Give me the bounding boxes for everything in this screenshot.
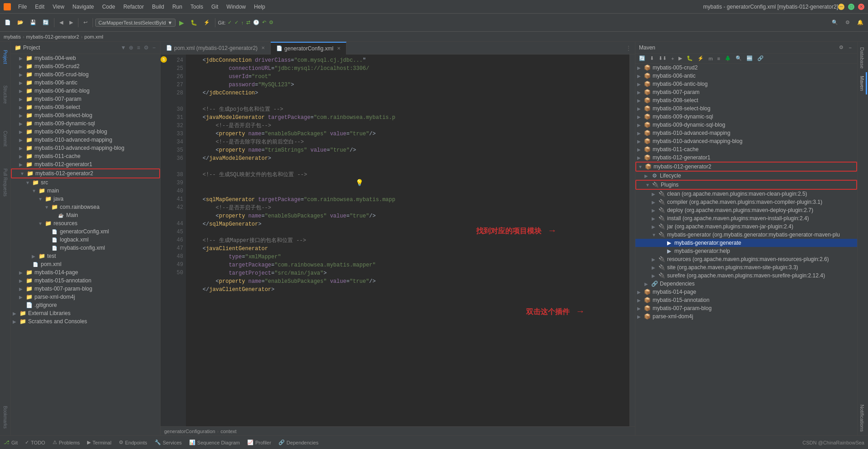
tree-item-Main[interactable]: ☕Main (11, 211, 160, 219)
minimize-button[interactable]: ─ (838, 4, 844, 10)
tree-item-parse-xml-dom4j[interactable]: ▶📁parse-xml-dom4j (11, 293, 160, 301)
maven-arrow-mybatis-005-crud2[interactable]: ▶ (637, 65, 644, 70)
maven-arrow-mybatis-015-annotation[interactable]: ▶ (637, 298, 644, 303)
menu-refactor[interactable]: Refactor (120, 3, 147, 11)
maven-item-jar[interactable]: ▶🔌jar (org.apache.maven.plugins:maven-ja… (635, 222, 857, 231)
tab-pom-xml-close[interactable]: ✕ (261, 45, 265, 50)
window-controls[interactable]: ─ □ ✕ (838, 4, 864, 10)
maven-item-mybatis-014-page[interactable]: ▶📦mybatis-014-page (635, 288, 857, 296)
maven-item-mybatis-009-dynamic-sql[interactable]: ▶📦mybatis-009-dynamic-sql (635, 113, 857, 121)
tree-arrow-mybatis-014-page[interactable]: ▶ (19, 270, 25, 275)
tree-arrow-mybatis-009-dynamic-sql[interactable]: ▶ (19, 121, 25, 126)
maven-arrow-compiler[interactable]: ▶ (652, 200, 658, 205)
tree-item-mybatis-005-crud2[interactable]: ▶📁mybatis-005-crud2 (11, 62, 160, 70)
tree-arrow-mybats-007-param-blog[interactable]: ▶ (19, 286, 25, 291)
maven-item-mybatis-generator-help[interactable]: ▶mybatis-generator:help (635, 247, 857, 255)
save-button[interactable]: 💾 (27, 18, 39, 27)
maven-item-mybatis-006-antic[interactable]: ▶📦mybatis-006-antic (635, 72, 857, 80)
maven-arrow-mybatis-008-select[interactable]: ▶ (637, 98, 644, 103)
maven-item-mybatis-010-advanced-mapping[interactable]: ▶📦mybatis-010-advanced-mapping (635, 129, 857, 137)
maven-item-mybatis-008-select[interactable]: ▶📦mybatis-008-select (635, 96, 857, 104)
maven-link-button[interactable]: 🔗 (756, 54, 766, 62)
maven-item-resources[interactable]: ▶🔌resources (org.apache.maven.plugins:ma… (635, 255, 857, 263)
tree-item-mybatis-004-web[interactable]: ▶📁mybatis-004-web (11, 54, 160, 62)
maven-arrow-mybatis-generator[interactable]: ▼ (652, 232, 658, 237)
tree-arrow-mybatis-015-annotation[interactable]: ▶ (19, 278, 25, 283)
maven-item-deploy[interactable]: ▶🔌deploy (org.apache.maven.plugins:maven… (635, 206, 857, 214)
tree-item-mybatis-006-antic-blog[interactable]: ▶📁mybatis-006-antic-blog (11, 87, 160, 95)
maven-item-clean[interactable]: ▶🔌clean (org.apache.maven.plugins:maven-… (635, 190, 857, 198)
tree-item-mybatis-006-antic[interactable]: ▶📁mybatis-006-antic (11, 79, 160, 87)
maven-skip-tests-button[interactable]: ⚡ (696, 54, 706, 62)
tab-generator-config[interactable]: 📄 generatorConfig.xml ✕ (271, 42, 346, 54)
maven-arrow-mybatis-006-antic-blog[interactable]: ▶ (637, 82, 644, 87)
maven-tree-toggle-button[interactable]: 🌲 (723, 54, 733, 62)
editor-scrollbar[interactable] (629, 54, 635, 426)
tree-arrow-mybatis-006-antic[interactable]: ▶ (19, 80, 25, 85)
git-check-icon[interactable]: ✓ (228, 20, 232, 25)
tree-arrow-java[interactable]: ▼ (38, 197, 44, 202)
maven-download-all-button[interactable]: ⬇⬇ (657, 54, 668, 62)
maximize-button[interactable]: □ (848, 4, 854, 10)
maven-arrow-mybatis-010-advanced-mapping-blog[interactable]: ▶ (637, 139, 644, 144)
maven-reload-button[interactable]: 🔄 (637, 54, 647, 62)
tree-item-mybatis-008-select-blog[interactable]: ▶📁mybatis-008-select-blog (11, 111, 160, 119)
project-settings-button[interactable]: ⚙ (143, 44, 150, 52)
search-everywhere-button[interactable]: 🔍 (829, 18, 841, 27)
maven-settings-button[interactable]: ⚙ (837, 44, 845, 51)
status-todo[interactable]: ✓ TODO (25, 439, 45, 445)
tree-arrow-mybatis-012-generator1[interactable]: ▶ (19, 162, 25, 167)
tree-item-pom.xml[interactable]: 📄pom.xml (11, 260, 160, 268)
tree-arrow-mybatis-009-dynamic-sql-blog[interactable]: ▶ (19, 129, 25, 134)
tree-arrow-mybatis-010-advanced-mapping-blog[interactable]: ▶ (19, 146, 25, 151)
settings-button[interactable]: ⚙ (843, 18, 853, 27)
menu-build[interactable]: Build (148, 3, 168, 11)
code-editor[interactable]: <jdbcConnection driverClass="com.mysql.c… (186, 54, 629, 426)
run-button[interactable]: ▶ (176, 18, 187, 28)
tree-item-java[interactable]: ▼📁java (11, 195, 160, 203)
tree-item-mybatis-014-page[interactable]: ▶📁mybatis-014-page (11, 268, 160, 276)
maven-item-mybatis-011-cache[interactable]: ▶📦mybatis-011-cache (635, 145, 857, 153)
maven-item-mybatis-generator-generate[interactable]: ▶mybatis-generator:generate (635, 239, 857, 247)
tree-arrow-External Libraries[interactable]: ▶ (13, 311, 19, 316)
maven-download-button[interactable]: ⬇ (648, 54, 656, 62)
maven-item-Plugins[interactable]: ▼🔌Plugins (635, 180, 857, 190)
maven-arrow-parse-xml-dom4j[interactable]: ▶ (637, 314, 644, 319)
maven-item-mybatis-012-generator2[interactable]: ▼📦mybatis-012-generator2 (635, 162, 857, 172)
maven-arrow-clean[interactable]: ▶ (652, 192, 658, 197)
status-git[interactable]: ⎇ Git (4, 439, 18, 445)
bookmarks-icon[interactable]: Bookmarks (1, 404, 10, 431)
close-button[interactable]: ✕ (858, 4, 864, 10)
project-close-button[interactable]: − (151, 44, 156, 52)
maven-item-mybatis-012-generator1[interactable]: ▶📦mybatis-012-generator1 (635, 153, 857, 162)
tree-item-generatorConfig.xml[interactable]: 📄generatorConfig.xml (11, 227, 160, 236)
maven-arrow-Plugins[interactable]: ▼ (645, 183, 652, 187)
maven-arrow-mybatis-014-page[interactable]: ▶ (637, 290, 644, 295)
breadcrumb-module[interactable]: mybatis-012-generator2 (26, 34, 79, 39)
tree-arrow-mybatis-008-select-blog[interactable]: ▶ (19, 113, 25, 118)
maven-arrow-mybatis-007-param-blog[interactable]: ▶ (637, 306, 644, 311)
maven-arrow-install[interactable]: ▶ (652, 216, 658, 221)
maven-item-site[interactable]: ▶🔌site (org.apache.maven.plugins:maven-s… (635, 263, 857, 271)
maven-filter-button[interactable]: 🔤 (745, 54, 755, 62)
update-button[interactable]: 🔔 (854, 18, 866, 27)
menu-tools[interactable]: Tools (187, 3, 207, 11)
git-check2-icon[interactable]: ✓ (234, 20, 239, 25)
maven-item-mybatis-010-advanced-mapping-blog[interactable]: ▶📦mybatis-010-advanced-mapping-blog (635, 137, 857, 145)
git-rollback-icon[interactable]: ↶ (262, 20, 266, 25)
back-button[interactable]: ◀ (57, 18, 66, 27)
maven-arrow-jar[interactable]: ▶ (652, 224, 658, 229)
tree-item-main[interactable]: ▼📁main (11, 187, 160, 195)
tree-arrow-test[interactable]: ▶ (32, 254, 38, 259)
tree-arrow-mybatis-004-web[interactable]: ▶ (19, 56, 25, 61)
maven-arrow-Lifecycle[interactable]: ▶ (644, 173, 651, 178)
maven-arrow-surefire[interactable]: ▶ (652, 273, 658, 278)
tree-item-mybatis-010-advanced-mapping-blog[interactable]: ▶📁mybatis-010-advanced-mapping-blog (11, 144, 160, 152)
tree-arrow-Scratches and Consoles[interactable]: ▶ (13, 319, 19, 324)
project-icon[interactable]: Project (1, 44, 10, 71)
tree-arrow-mybatis-011-cache[interactable]: ▶ (19, 154, 25, 159)
maven-arrow-mybatis-012-generator1[interactable]: ▶ (637, 155, 644, 160)
status-endpoints[interactable]: ⚙ Endpoints (119, 439, 147, 445)
tree-item-Scratches and Consoles[interactable]: ▶📁Scratches and Consoles (11, 317, 160, 326)
status-problems[interactable]: ⚠ Problems (53, 439, 80, 445)
